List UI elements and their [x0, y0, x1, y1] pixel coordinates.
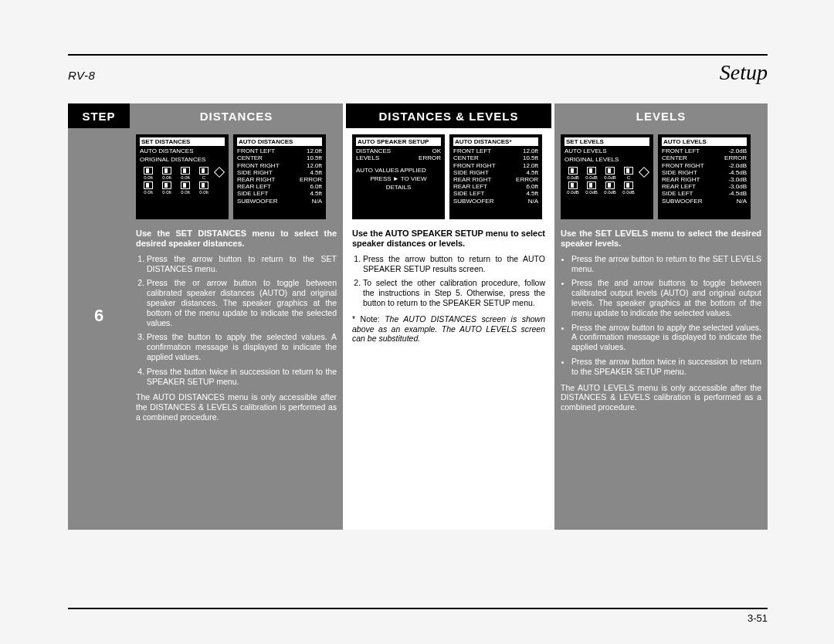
osd-table: FRONT LEFT12.0ftCENTER10.5ftFRONT RIGHT1…: [237, 147, 322, 205]
header-rule: [68, 54, 768, 56]
instruction-heading: Use the AUTO SPEAKER SETUP menu to selec…: [352, 229, 545, 249]
speaker-icons: 0.0ft0.0ft0.0ftC0.0ft0.0ft0.0ft0.0ft: [140, 167, 225, 196]
osd-line: ORIGINAL DISTANCES: [140, 156, 225, 163]
osd-bar: AUTO LEVELS: [662, 137, 747, 146]
osd-row: SET DISTANCES AUTO DISTANCES ORIGINAL DI…: [136, 134, 337, 219]
header-row: RV-8 Setup: [68, 60, 768, 85]
step-item: Press the arrow button to return to the …: [147, 254, 337, 274]
distances-column: SET DISTANCES AUTO DISTANCES ORIGINAL DI…: [130, 128, 343, 530]
osd-line: AUTO LEVELS: [564, 147, 649, 154]
instruction-heading: Use the SET DISTANCES menu to select the…: [136, 229, 337, 249]
osd-bar: AUTO SPEAKER SETUP: [356, 137, 441, 146]
instruction-steps: Press the arrow button to return to the …: [561, 254, 761, 377]
chapter-title: Setup: [720, 60, 768, 85]
dl-column: AUTO SPEAKER SETUP DISTANCESOKLEVELSERRO…: [346, 128, 551, 530]
col-levels-head: LEVELS: [554, 103, 768, 128]
step-item: Press the arrow button to apply the sele…: [571, 323, 761, 352]
osd-bar: AUTO DISTANCES*: [453, 137, 538, 146]
col-distances-head: DISTANCES: [130, 103, 343, 128]
osd-bar: AUTO DISTANCES: [237, 137, 322, 146]
osd-row: AUTO SPEAKER SETUP DISTANCESOKLEVELSERRO…: [352, 134, 545, 219]
step-item: Press the arrow button to return to the …: [571, 254, 761, 274]
col-step-head: STEP: [68, 103, 130, 128]
osd-auto-levels: AUTO LEVELS FRONT LEFT-2.0dBCENTERERRORF…: [658, 134, 751, 219]
step-item: Press the button to apply the selected v…: [147, 332, 337, 361]
page: RV-8 Setup STEP DISTANCES DISTANCES & LE…: [68, 54, 768, 530]
osd-line: AUTO DISTANCES: [140, 147, 225, 154]
osd-line: PRESS ► TO VIEW: [356, 175, 441, 182]
osd-row: SET LEVELS AUTO LEVELS ORIGINAL LEVELS 0…: [561, 134, 761, 219]
col-dl-head: DISTANCES & LEVELS: [346, 103, 551, 128]
note-body: The AUTO DISTANCES screen is shown above…: [352, 314, 545, 344]
osd-table: FRONT LEFT-2.0dBCENTERERRORFRONT RIGHT-2…: [662, 147, 747, 205]
osd-set-distances: SET DISTANCES AUTO DISTANCES ORIGINAL DI…: [136, 134, 229, 219]
osd-auto-distances-star: AUTO DISTANCES* FRONT LEFT12.0ftCENTER10…: [449, 134, 542, 219]
instruction-steps: Press the arrow button to return to the …: [352, 254, 545, 308]
osd-auto-speaker-setup: AUTO SPEAKER SETUP DISTANCESOKLEVELSERRO…: [352, 134, 445, 219]
instruction-steps: Press the arrow button to return to the …: [136, 254, 337, 387]
osd-line: ORIGINAL LEVELS: [564, 156, 649, 163]
step-item: Press the button twice in succession to …: [147, 367, 337, 387]
step-item: Press the arrow button to return to the …: [363, 254, 545, 274]
osd-line: DETAILS: [356, 184, 441, 191]
levels-column: SET LEVELS AUTO LEVELS ORIGINAL LEVELS 0…: [554, 128, 768, 530]
osd-bar: SET LEVELS: [564, 137, 649, 146]
osd-line: AUTO VALUES APPLIED: [356, 167, 441, 174]
osd-table: DISTANCESOKLEVELSERROR: [356, 147, 441, 161]
instruction-heading: Use the SET LEVELS menu to select the de…: [561, 229, 761, 249]
table-body-row: 6 SET DISTANCES AUTO DISTANCES ORIGINAL …: [68, 128, 768, 530]
note-text: * Note: The AUTO DISTANCES screen is sho…: [352, 314, 545, 344]
table-head-row: STEP DISTANCES DISTANCES & LEVELS LEVELS: [68, 103, 768, 128]
page-number: 3-51: [68, 612, 768, 624]
step-item: Press the or arrow button to toggle betw…: [147, 278, 337, 327]
step-table: STEP DISTANCES DISTANCES & LEVELS LEVELS…: [68, 103, 768, 530]
step-number: 6: [68, 128, 130, 530]
page-footer: 3-51: [68, 608, 768, 624]
note-prefix: * Note:: [352, 314, 380, 324]
speaker-icons: 0.0dB0.0dB0.0dBC0.0dB0.0dB0.0dB0.0dB: [564, 167, 649, 196]
step-item: Press the and arrow buttons to toggle be…: [571, 278, 761, 317]
model-label: RV-8: [68, 69, 95, 82]
step-item: To select the other calibration procedur…: [363, 278, 545, 307]
osd-table: FRONT LEFT12.0ftCENTER10.5ftFRONT RIGHT1…: [453, 147, 538, 205]
footer-rule: [68, 608, 768, 609]
osd-auto-distances: AUTO DISTANCES FRONT LEFT12.0ftCENTER10.…: [233, 134, 326, 219]
osd-set-levels: SET LEVELS AUTO LEVELS ORIGINAL LEVELS 0…: [561, 134, 653, 219]
osd-bar: SET DISTANCES: [140, 137, 225, 146]
step-item: Press the arrow button twice in successi…: [571, 357, 761, 377]
note-text: The AUTO LEVELS menu is only accessible …: [561, 383, 761, 412]
note-text: The AUTO DISTANCES menu is only accessib…: [136, 392, 337, 422]
